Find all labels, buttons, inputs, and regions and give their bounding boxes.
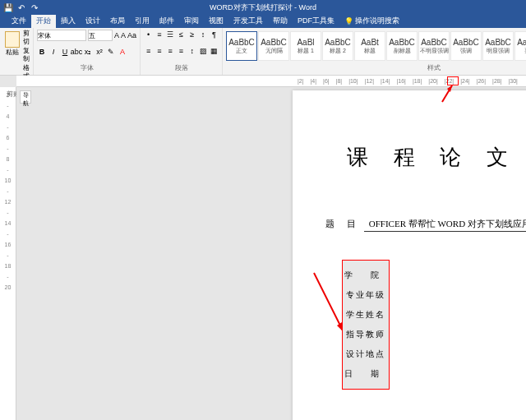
style-要点[interactable]: AaBbC要点	[514, 31, 526, 61]
style-明显强调[interactable]: AaBbC明显强调	[482, 31, 514, 61]
align-center-icon[interactable]: ≡	[155, 46, 164, 56]
annotation-arrow-ruler-icon	[441, 84, 455, 104]
underline-button[interactable]: U	[60, 47, 70, 57]
shrink-font-icon[interactable]: A	[121, 30, 126, 40]
style-标题[interactable]: AaBt标题	[354, 31, 385, 61]
styles-group: AaBbC正文AaBbC无间隔AaBl标题 1AaBbC标题 2AaBt标题Aa…	[223, 28, 526, 75]
ribbon-tabs: 文件 开始 插入 设计 布局 引用 邮件 审阅 视图 开发工具 帮助 PDF工具…	[0, 15, 526, 28]
show-marks-icon[interactable]: ¶	[210, 30, 219, 39]
tell-me-search[interactable]: 💡 操作说明搜索	[339, 14, 404, 28]
copy-button[interactable]: 复制	[23, 47, 30, 63]
borders-icon[interactable]: ▦	[210, 46, 219, 56]
tab-layout[interactable]: 布局	[105, 14, 130, 28]
bold-button[interactable]: B	[37, 47, 47, 57]
strike-button[interactable]: abc	[72, 47, 81, 57]
navigation-pane-toggle[interactable]: 导航	[20, 90, 31, 104]
field-row[interactable]: 学 院	[343, 265, 389, 285]
font-label: 字体	[37, 62, 136, 73]
subscript-button[interactable]: x₂	[83, 47, 93, 57]
multilevel-icon[interactable]: ☰	[166, 30, 175, 39]
titlebar: 💾 ↶ ↷ WORD对齐下划线打探讨 - Word	[0, 0, 526, 15]
tab-design[interactable]: 设计	[81, 14, 105, 28]
font-family-select[interactable]	[37, 30, 86, 41]
fields-selection-box[interactable]: 学 院专业年级学生姓名指导教师设计地点日 期	[342, 260, 390, 390]
save-icon[interactable]: 💾	[3, 2, 13, 12]
tab-pdf[interactable]: PDF工具集	[293, 14, 339, 28]
paragraph-label: 段落	[144, 62, 219, 73]
style-标题 2[interactable]: AaBbC标题 2	[322, 31, 353, 61]
tab-file[interactable]: 文件	[7, 14, 31, 28]
redo-icon[interactable]: ↷	[30, 2, 39, 12]
style-标题 1[interactable]: AaBl标题 1	[290, 31, 321, 61]
subject-row[interactable]: 题 目 OFFICER 帮帮忙 WORD 对齐下划线应用研究一	[325, 218, 526, 232]
italic-button[interactable]: I	[48, 47, 58, 57]
lightbulb-icon: 💡	[344, 17, 353, 25]
style-无间隔[interactable]: AaBbC无间隔	[258, 31, 289, 61]
decrease-indent-icon[interactable]: ≤	[177, 30, 186, 39]
numbering-icon[interactable]: ≡	[155, 30, 164, 39]
tab-help[interactable]: 帮助	[268, 14, 293, 28]
superscript-button[interactable]: x²	[95, 47, 104, 57]
sort-icon[interactable]: ↕	[198, 30, 207, 39]
style-正文[interactable]: AaBbC正文	[226, 31, 257, 61]
subject-value: OFFICER 帮帮忙 WORD 对齐下划线应用研究一	[364, 218, 526, 232]
justify-icon[interactable]: ≡	[177, 46, 186, 56]
tab-references[interactable]: 引用	[130, 14, 155, 28]
grow-font-icon[interactable]: A	[114, 30, 119, 40]
change-case-icon[interactable]: Aa	[127, 30, 136, 40]
field-row[interactable]: 指导教师	[343, 325, 389, 344]
field-row[interactable]: 学生姓名	[343, 305, 389, 325]
paste-icon	[5, 31, 20, 48]
tab-view[interactable]: 视图	[204, 14, 228, 28]
highlight-button[interactable]: ✎	[106, 47, 116, 57]
cut-button[interactable]: 剪切	[23, 30, 30, 46]
document-canvas[interactable]: 导航 课 程 论 文 题 目 OFFICER 帮帮忙 WORD 对齐下划线应用研…	[16, 87, 526, 420]
align-left-icon[interactable]: ≡	[144, 46, 153, 56]
font-size-select[interactable]	[88, 30, 113, 41]
style-不明显强调[interactable]: AaBbC不明显强调	[418, 31, 450, 61]
annotation-arrow-icon	[312, 271, 345, 334]
tab-home[interactable]: 开始	[31, 14, 56, 28]
style-副标题[interactable]: AaBbC副标题	[386, 31, 418, 61]
workspace: 2-4-6-8-10-12-14-16-18-20 导航 课 程 论 文 题 目…	[0, 87, 526, 420]
field-row[interactable]: 专业年级	[343, 285, 389, 305]
subject-label: 题 目	[325, 218, 361, 230]
line-spacing-icon[interactable]: ↕	[187, 46, 196, 56]
styles-label: 样式	[226, 62, 526, 73]
document-title: WORD对齐下划线打探讨 - Word	[210, 2, 316, 13]
align-right-icon[interactable]: ≡	[166, 46, 175, 56]
tab-mailings[interactable]: 邮件	[155, 14, 179, 28]
paragraph-group: • ≡ ☰ ≤ ≥ ↕ ¶ ≡ ≡ ≡ ≡ ↕ ▨ ▦ 段落	[141, 28, 223, 75]
svg-line-0	[314, 273, 344, 332]
tab-developer[interactable]: 开发工具	[228, 14, 268, 28]
clipboard-group: 粘贴 剪切 复制 格式刷 剪贴板	[0, 28, 34, 75]
bullets-icon[interactable]: •	[144, 30, 153, 39]
font-group: A A Aa B I U abc x₂ x² ✎ A 字体	[34, 28, 141, 75]
doc-main-title[interactable]: 课 程 论 文	[293, 143, 526, 172]
field-row[interactable]: 日 期	[343, 364, 389, 384]
font-color-button[interactable]: A	[118, 47, 127, 57]
undo-icon[interactable]: ↶	[16, 2, 26, 12]
shading-icon[interactable]: ▨	[198, 46, 207, 56]
increase-indent-icon[interactable]: ≥	[187, 30, 196, 39]
vertical-ruler[interactable]: 2-4-6-8-10-12-14-16-18-20	[0, 87, 16, 420]
ribbon: 粘贴 剪切 复制 格式刷 剪贴板 A A Aa B I U abc x₂ x² …	[0, 28, 526, 76]
tab-review[interactable]: 审阅	[179, 14, 204, 28]
style-强调[interactable]: AaBbC强调	[450, 31, 482, 61]
field-row[interactable]: 设计地点	[343, 344, 389, 364]
page: 课 程 论 文 题 目 OFFICER 帮帮忙 WORD 对齐下划线应用研究一 …	[293, 90, 526, 420]
tab-insert[interactable]: 插入	[56, 14, 81, 28]
